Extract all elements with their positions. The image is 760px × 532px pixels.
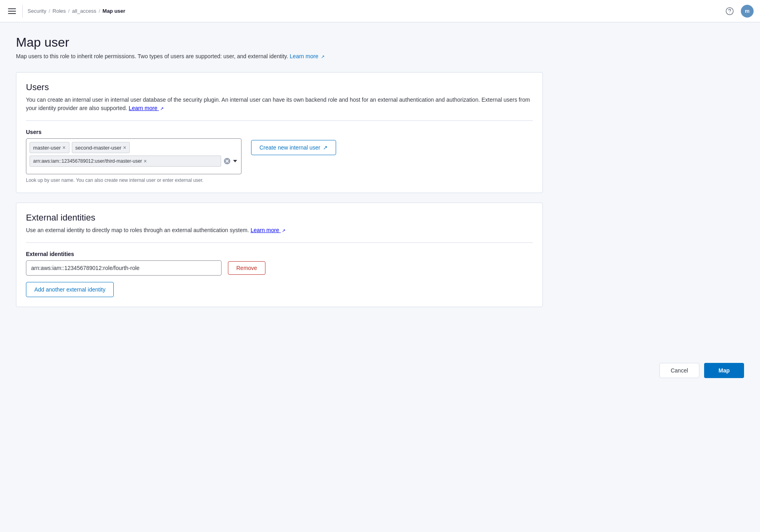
remove-ext-identity-button[interactable]: Remove <box>228 261 265 275</box>
chevron-down-icon <box>233 160 237 162</box>
page-description: Map users to this role to inherit role p… <box>16 53 543 59</box>
menu-toggle[interactable] <box>6 7 18 16</box>
ext-id-field-label: External identities <box>26 251 533 257</box>
remove-icon-3: × <box>144 158 147 164</box>
ext-id-learn-more-link[interactable]: Learn more ↗ <box>251 227 285 233</box>
users-learn-more-icon: ↗ <box>160 105 164 112</box>
add-another-external-identity-button[interactable]: Add another external identity <box>26 282 114 297</box>
ext-identity-input[interactable] <box>26 260 222 276</box>
breadcrumb-sep-1: / <box>49 8 50 14</box>
ext-id-card-divider <box>26 242 533 243</box>
create-user-external-icon: ↗ <box>323 144 328 151</box>
external-identities-card: External identities Use an external iden… <box>16 203 543 307</box>
page-learn-more-link[interactable]: Learn more ↗ <box>290 53 325 59</box>
clear-circle-icon <box>224 158 231 165</box>
users-card-title: Users <box>26 82 533 93</box>
arn-tag-row: arn:aws:iam::123456789012:user/third-mas… <box>30 156 238 167</box>
users-row: master-user × second-master-user × ar <box>26 138 533 183</box>
add-ext-btn-label: Add another external identity <box>34 286 105 293</box>
map-button[interactable]: Map <box>704 363 744 378</box>
create-new-internal-user-button[interactable]: Create new internal user ↗ <box>251 140 336 155</box>
tag-master-user: master-user × <box>30 142 69 153</box>
remove-icon: × <box>62 145 65 150</box>
tag-arn-label: arn:aws:iam::123456789012:user/third-mas… <box>33 158 142 164</box>
tag-second-master-user-remove[interactable]: × <box>123 145 126 150</box>
help-icon <box>726 7 734 15</box>
users-tags-input[interactable]: master-user × second-master-user × ar <box>26 138 241 174</box>
topbar: Security / Roles / all_access / Map user… <box>0 0 760 22</box>
breadcrumb-sep-3: / <box>99 8 100 14</box>
cancel-button[interactable]: Cancel <box>659 363 699 378</box>
tag-arn-user: arn:aws:iam::123456789012:user/third-mas… <box>30 156 221 167</box>
breadcrumb-sep-2: / <box>68 8 70 14</box>
ext-identity-row: Remove <box>26 260 533 276</box>
topbar-divider <box>22 5 23 18</box>
users-input-container: master-user × second-master-user × ar <box>26 138 241 183</box>
breadcrumb-security[interactable]: Security <box>28 8 46 14</box>
tag-arn-remove[interactable]: × <box>144 158 147 164</box>
tag-second-master-user-label: second-master-user <box>75 145 122 151</box>
breadcrumb: Security / Roles / all_access / Map user <box>28 8 125 14</box>
users-learn-more-link[interactable]: Learn more ↗ <box>129 105 164 111</box>
tag-master-user-remove[interactable]: × <box>62 145 65 150</box>
users-card: Users You can create an internal user in… <box>16 72 543 193</box>
tags-clear-button[interactable] <box>223 157 232 166</box>
topbar-right: m <box>723 5 754 18</box>
breadcrumb-all-access[interactable]: all_access <box>72 8 96 14</box>
create-user-btn-label: Create new internal user <box>259 144 321 151</box>
learn-more-external-icon: ↗ <box>321 54 325 59</box>
users-input-hint: Look up by user name. You can also creat… <box>26 177 241 183</box>
users-card-description: You can create an internal user in inter… <box>26 96 533 112</box>
tags-input-controls <box>223 157 238 166</box>
footer-actions: Cancel Map <box>0 353 760 388</box>
page-title: Map user <box>16 35 543 50</box>
tags-dropdown-button[interactable] <box>232 159 238 163</box>
ext-id-card-title: External identities <box>26 213 533 223</box>
users-field-label: Users <box>26 129 533 135</box>
avatar[interactable]: m <box>741 5 754 18</box>
main-content: Map user Map users to this role to inher… <box>0 22 559 329</box>
tag-second-master-user: second-master-user × <box>72 142 130 153</box>
svg-point-1 <box>729 12 730 13</box>
users-card-divider <box>26 120 533 121</box>
remove-icon-2: × <box>123 145 126 150</box>
breadcrumb-roles[interactable]: Roles <box>53 8 66 14</box>
help-button[interactable] <box>723 5 736 18</box>
breadcrumb-current: Map user <box>103 8 125 14</box>
ext-id-learn-more-icon: ↗ <box>282 227 285 234</box>
ext-id-card-description: Use an external identity to directly map… <box>26 226 533 234</box>
tag-master-user-label: master-user <box>33 145 61 151</box>
